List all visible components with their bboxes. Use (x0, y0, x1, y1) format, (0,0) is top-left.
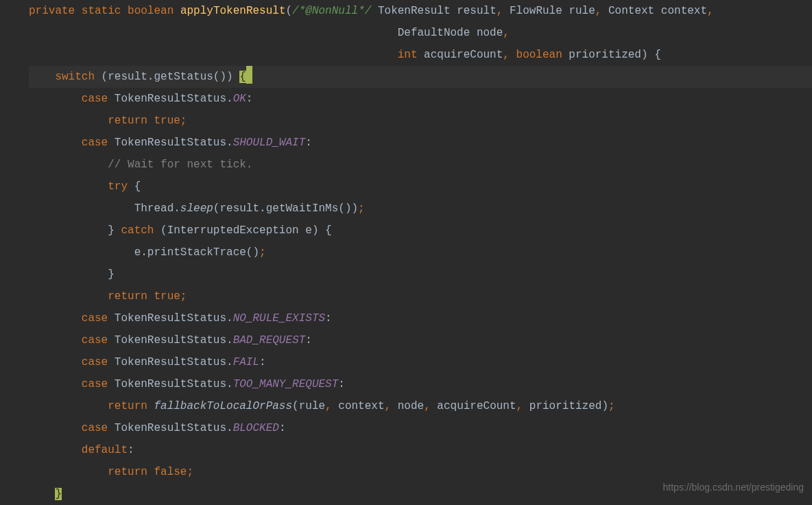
enum-value: SHOULD_WAIT (233, 137, 306, 149)
param: prioritized) { (562, 49, 661, 61)
colon: : (259, 356, 266, 368)
code-text: prioritized) (523, 400, 608, 412)
semicolon: ; (180, 290, 187, 303)
code-text: TokenResultStatus. (108, 93, 232, 105)
param: TokenResult result (371, 5, 496, 17)
static-method: sleep (180, 202, 213, 215)
keyword: default (82, 444, 128, 456)
brace-highlight: } (55, 488, 62, 500)
semicolon: ; (259, 246, 266, 259)
param: DefaultNode node (398, 27, 503, 39)
keyword: switch (55, 71, 95, 83)
code-text: TokenResultStatus. (108, 356, 232, 368)
method-name: applyTokenResult (180, 5, 286, 17)
enum-value: OK (233, 93, 246, 105)
code-editor[interactable]: private static boolean applyTokenResult(… (0, 0, 812, 505)
comma: , (595, 5, 602, 17)
code-text: TokenResultStatus. (108, 312, 232, 325)
keyword: case (82, 356, 108, 368)
watermark: https://blog.csdn.net/prestigeding (663, 476, 804, 498)
keyword: case (82, 137, 108, 149)
code-line[interactable]: case TokenResultStatus.TOO_MANY_REQUEST: (29, 373, 812, 395)
keyword: return (108, 400, 154, 412)
code-line[interactable]: return true; (29, 110, 812, 132)
code-line[interactable]: default: (29, 439, 812, 461)
colon: : (279, 422, 286, 434)
code-text: TokenResultStatus. (108, 378, 232, 390)
code-line[interactable]: try { (29, 176, 812, 198)
keyword: catch (121, 224, 154, 237)
static-method: fallbackToLocalOrPass (154, 400, 292, 412)
brace: } (108, 224, 121, 237)
code-text: TokenResultStatus. (108, 334, 232, 347)
code-line[interactable]: case TokenResultStatus.NO_RULE_EXISTS: (29, 307, 812, 329)
keyword: boolean (128, 5, 174, 17)
comma: , (325, 400, 332, 412)
keyword: case (82, 422, 108, 434)
keyword: return true (108, 290, 180, 303)
code-text: TokenResultStatus. (108, 422, 232, 434)
keyword: boolean (510, 49, 562, 61)
keyword: int (398, 49, 418, 61)
semicolon: ; (608, 400, 615, 412)
colon: : (338, 378, 345, 390)
code-line[interactable]: case TokenResultStatus.BLOCKED: (29, 417, 812, 439)
code-line-current[interactable]: switch (result.getStatus()) { (29, 66, 812, 88)
comma: , (424, 400, 431, 412)
comma: , (707, 5, 714, 17)
code-line[interactable]: return fallbackToLocalOrPass(rule, conte… (29, 395, 812, 417)
code-line[interactable]: case TokenResultStatus.OK: (29, 88, 812, 110)
colon: : (305, 334, 312, 347)
keyword: case (82, 93, 108, 105)
comma: , (503, 49, 510, 61)
code-line[interactable]: case TokenResultStatus.BAD_REQUEST: (29, 329, 812, 351)
colon: : (305, 137, 312, 149)
keyword: static (82, 5, 121, 17)
comma: , (503, 27, 510, 39)
colon: : (128, 444, 134, 456)
comma: , (516, 400, 523, 412)
param: Context context (601, 5, 707, 17)
code-line[interactable]: Thread.sleep(result.getWaitInMs()); (29, 198, 812, 220)
keyword: private (29, 5, 75, 17)
enum-value: BAD_REQUEST (233, 334, 306, 347)
enum-value: TOO_MANY_REQUEST (233, 378, 339, 390)
code-text: e.printStackTrace() (134, 246, 259, 259)
comma: , (385, 400, 392, 412)
code-line[interactable]: int acquireCount, boolean prioritized) { (29, 44, 812, 66)
keyword: try (108, 180, 128, 193)
semicolon: ; (358, 202, 365, 215)
code-line[interactable]: return true; (29, 285, 812, 307)
enum-value: NO_RULE_EXISTS (233, 312, 325, 325)
code-line[interactable]: case TokenResultStatus.SHOULD_WAIT: (29, 132, 812, 154)
code-line[interactable]: } (29, 263, 812, 285)
paren: ( (286, 5, 293, 17)
enum-value: BLOCKED (233, 422, 279, 434)
comment: /*@NonNull*/ (292, 5, 371, 17)
cursor (246, 66, 252, 84)
enum-value: FAIL (233, 356, 259, 368)
colon: : (325, 312, 332, 325)
brace: } (108, 268, 115, 281)
keyword: case (82, 312, 108, 325)
keyword: case (82, 334, 108, 347)
keyword: case (82, 378, 108, 390)
code-line[interactable]: e.printStackTrace(); (29, 242, 812, 263)
code-text: (InterruptedException e) { (154, 224, 331, 237)
param: FlowRule rule (503, 5, 595, 17)
class-ref: Thread. (134, 202, 180, 215)
code-line[interactable]: private static boolean applyTokenResult(… (29, 0, 812, 22)
comma: , (497, 5, 503, 17)
code-line[interactable]: DefaultNode node, (29, 22, 812, 44)
code-line[interactable]: } catch (InterruptedException e) { (29, 220, 812, 242)
semicolon: ; (180, 115, 187, 127)
code-text: (result.getStatus()) (95, 71, 239, 83)
keyword: return false (108, 466, 187, 478)
code-line[interactable]: case TokenResultStatus.FAIL: (29, 351, 812, 373)
colon: : (246, 93, 253, 105)
comment: // Wait for next tick. (108, 158, 252, 171)
param: acquireCount (418, 49, 503, 61)
code-line[interactable]: // Wait for next tick. (29, 154, 812, 176)
code-text: (rule (292, 400, 325, 412)
code-text: node (391, 400, 424, 412)
